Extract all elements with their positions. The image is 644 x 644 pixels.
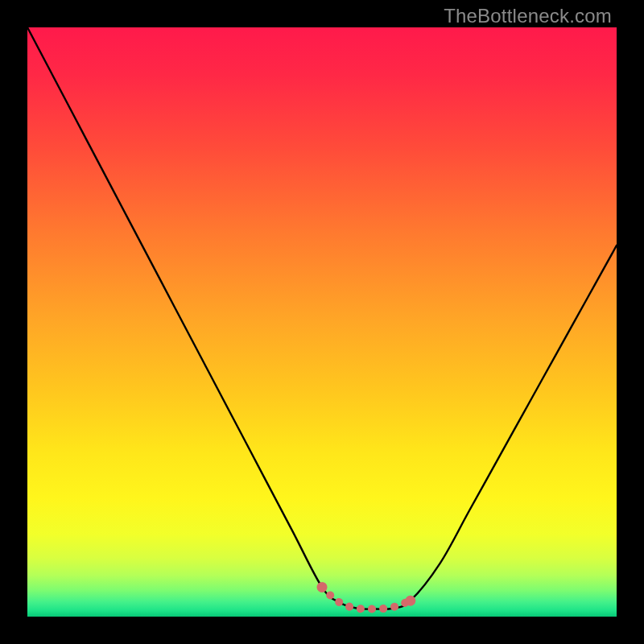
chart-curves [27, 27, 617, 617]
valley-cap-left-icon [317, 582, 328, 592]
plot-area [27, 27, 617, 617]
valley-highlight [322, 587, 411, 609]
outer-frame: TheBottleneck.com [0, 0, 644, 644]
valley-cap-right-icon [405, 596, 415, 606]
watermark-text: TheBottleneck.com [444, 5, 612, 27]
bottleneck-curve [27, 27, 617, 609]
